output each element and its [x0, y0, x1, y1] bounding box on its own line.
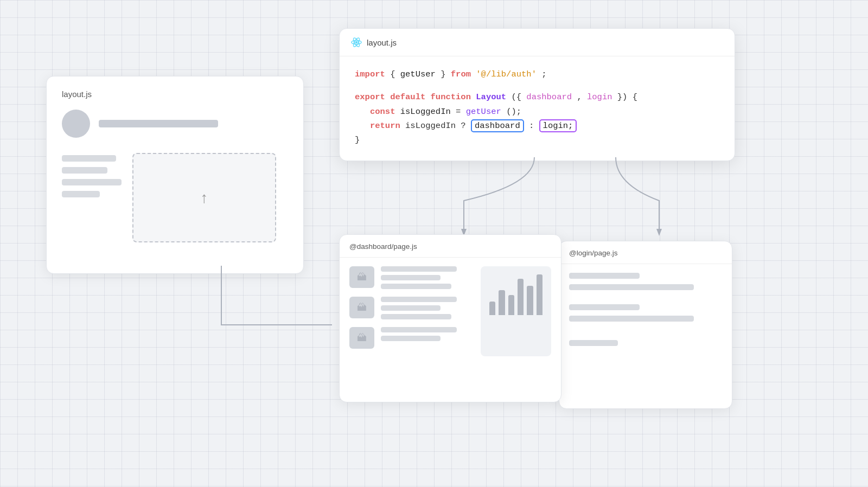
- bottom-panels: @dashboard/page.js 🏔: [339, 234, 735, 402]
- kw-return: return: [370, 121, 400, 131]
- code-card: layout.js import { getUser } from '@/lib…: [339, 28, 735, 161]
- avatar-placeholder: [62, 110, 90, 138]
- login-skeleton-lines: [569, 273, 722, 346]
- layout-fn-name: Layout: [476, 92, 506, 102]
- dash-img-1: 🏔: [349, 266, 374, 288]
- kw-export: export: [355, 92, 385, 102]
- login-panel-body: [559, 264, 732, 355]
- login-skel-3: [569, 304, 640, 310]
- code-card-title: layout.js: [367, 38, 397, 47]
- bg-card-content: ↑: [62, 153, 288, 242]
- code-line-5: }: [355, 133, 719, 147]
- skeleton-bar-1: [62, 155, 116, 162]
- dash-row-1: 🏔: [349, 266, 475, 289]
- login-skel-5: [569, 340, 618, 346]
- connector-vertical: [221, 266, 222, 325]
- connector-horizontal: [221, 324, 332, 325]
- login-skel-4: [569, 316, 694, 322]
- chart-bar: [518, 279, 524, 315]
- dashboard-panel-body: 🏔 🏔: [340, 258, 561, 365]
- getuser-ident: getUser: [400, 69, 436, 79]
- skeleton-bar-4: [62, 191, 100, 197]
- login-spacer-2: [569, 327, 722, 335]
- chart-bars-area: [485, 271, 547, 319]
- dashboard-panel-header: @dashboard/page.js: [340, 235, 561, 258]
- dashboard-highlight: dashboard: [471, 119, 524, 132]
- code-card-header: layout.js: [340, 29, 735, 56]
- kw-function: function: [431, 92, 471, 102]
- skeleton-bar-2: [62, 167, 107, 174]
- import-path-str: '@/lib/auth': [476, 69, 537, 79]
- login-panel-header: @login/page.js: [559, 241, 732, 264]
- skel-1b: [381, 275, 441, 280]
- dashboard-panel: @dashboard/page.js 🏔: [339, 234, 561, 402]
- mountain-icon-3: 🏔: [357, 332, 367, 344]
- code-line-1: import { getUser } from '@/lib/auth' ;: [355, 67, 719, 81]
- skel-2a: [381, 297, 457, 302]
- dash-row-3: 🏔: [349, 327, 475, 349]
- login-skel-1: [569, 273, 640, 279]
- param-dashboard: dashboard: [526, 92, 572, 102]
- isloggedin-ident: isLoggedIn: [400, 107, 451, 117]
- login-skel-2: [569, 284, 694, 290]
- code-body: import { getUser } from '@/lib/auth' ; e…: [340, 56, 735, 161]
- kw-default: default: [390, 92, 425, 102]
- dash-row-2: 🏔: [349, 297, 475, 319]
- upload-arrow-icon: ↑: [201, 189, 208, 207]
- dash-lines-2: [381, 297, 475, 319]
- skel-1a: [381, 266, 457, 272]
- chart-bar: [499, 290, 505, 315]
- skel-2b: [381, 305, 441, 311]
- skel-3b: [381, 336, 441, 341]
- svg-point-0: [355, 41, 358, 44]
- kw-from: from: [451, 69, 471, 79]
- chart-bar: [537, 274, 542, 315]
- code-line-4: return isLoggedIn ? dashboard : login;: [355, 119, 719, 133]
- getuser-call: getUser: [466, 107, 501, 117]
- dash-lines-3: [381, 327, 475, 341]
- param-login: login: [587, 92, 617, 102]
- bg-card-title: layout.js: [62, 89, 288, 99]
- chart-bar: [489, 302, 495, 315]
- left-skeleton-bars: [62, 155, 122, 242]
- chart-bar: [508, 295, 514, 316]
- name-bar-skeleton: [99, 120, 218, 127]
- skeleton-bar-3: [62, 179, 122, 185]
- dashboard-content: 🏔 🏔: [349, 266, 551, 356]
- login-spacer: [569, 296, 722, 299]
- login-highlight: login;: [539, 119, 577, 132]
- dashboard-chart: [481, 266, 551, 356]
- mountain-icon-2: 🏔: [357, 302, 367, 313]
- dashboard-list: 🏔 🏔: [349, 266, 475, 356]
- dash-img-3: 🏔: [349, 327, 374, 349]
- kw-const: const: [370, 107, 395, 117]
- skel-1c: [381, 284, 451, 289]
- image-upload-placeholder: ↑: [132, 153, 276, 242]
- dash-img-2: 🏔: [349, 297, 374, 318]
- code-spacer-1: [355, 81, 719, 90]
- skel-2c: [381, 314, 451, 319]
- login-panel: @login/page.js: [559, 241, 732, 409]
- kw-import: import: [355, 69, 385, 79]
- code-line-3: const isLoggedIn = getUser ();: [355, 105, 719, 119]
- react-icon: [350, 36, 362, 48]
- code-line-2: export default function Layout ({ dashbo…: [355, 90, 719, 104]
- skel-3a: [381, 327, 457, 332]
- mountain-icon-1: 🏔: [357, 272, 367, 283]
- dash-lines-1: [381, 266, 475, 289]
- bg-card-top-row: [62, 110, 288, 138]
- chart-bar: [527, 286, 533, 315]
- background-layout-card: layout.js ↑: [46, 76, 304, 274]
